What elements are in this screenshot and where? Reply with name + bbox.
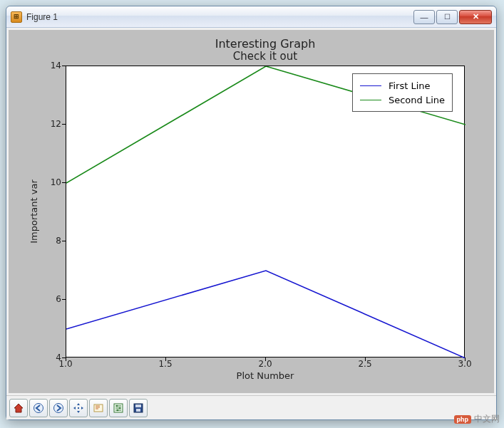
watermark: php 中文网 [454,413,500,425]
save-button[interactable] [129,399,148,417]
legend-item: First Line [360,78,445,93]
y-tick-label: 6 [40,294,61,304]
arrow-left-icon [33,402,44,414]
figure-canvas: Interesting Graph Check it out First Lin… [9,30,494,393]
forward-button[interactable] [49,399,68,417]
maximize-button[interactable]: ☐ [436,10,458,24]
y-axis-label: Important var [29,66,39,357]
pan-button[interactable] [69,399,88,417]
legend-swatch-icon [360,85,381,86]
y-tick-label: 10 [40,177,61,187]
legend-swatch-icon [360,100,381,100]
window-buttons: — ☐ ✕ [413,10,492,24]
home-icon [13,402,24,414]
zoom-button[interactable] [89,399,108,417]
minimize-button[interactable]: — [413,10,435,24]
chart-subtitle: Check it out [66,50,465,63]
plot-area[interactable]: First Line Second Line [66,66,465,357]
chart-title: Interesting Graph [66,37,465,51]
arrow-right-icon [53,402,64,414]
x-axis-label: Plot Number [66,370,465,381]
legend-label: Second Line [389,95,445,105]
y-tick-label: 8 [40,236,61,246]
y-tick-label: 4 [40,353,61,362]
legend[interactable]: First Line Second Line [352,73,453,112]
window-title: Figure 1 [26,12,413,22]
floppy-icon [133,402,144,414]
home-button[interactable] [9,399,28,417]
y-tick-label: 12 [40,119,61,129]
nav-toolbar [6,395,496,419]
move-icon [73,402,84,414]
watermark-badge: php [454,415,472,424]
sliders-icon [113,402,124,414]
svg-point-4 [116,404,118,407]
close-button[interactable]: ✕ [459,10,492,24]
zoom-icon [93,402,104,414]
watermark-text: 中文网 [474,413,500,425]
figure-window: ⊞ Figure 1 — ☐ ✕ Interesting Graph Check… [6,6,497,420]
svg-rect-8 [135,404,141,407]
svg-point-5 [119,407,121,409]
svg-point-6 [117,409,119,411]
legend-item: Second Line [360,93,445,107]
back-button[interactable] [29,399,48,417]
titlebar[interactable]: ⊞ Figure 1 — ☐ ✕ [6,6,496,28]
app-icon: ⊞ [11,11,22,23]
y-tick-label: 14 [40,61,61,71]
subplots-button[interactable] [109,399,128,417]
series-line [66,271,466,358]
legend-label: First Line [389,80,431,91]
svg-rect-9 [136,409,140,412]
